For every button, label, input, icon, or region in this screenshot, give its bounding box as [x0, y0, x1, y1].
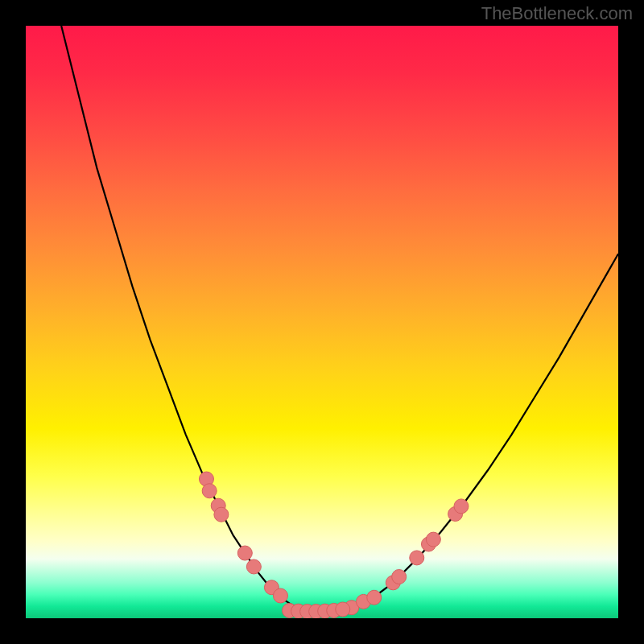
data-marker — [336, 602, 350, 617]
data-marker — [410, 551, 424, 565]
data-marker — [454, 499, 469, 514]
data-marker — [237, 546, 252, 560]
data-marker — [367, 590, 382, 605]
data-marker — [392, 569, 407, 584]
data-marker — [246, 559, 261, 574]
plot-area — [26, 26, 618, 618]
data-marker — [214, 507, 229, 522]
data-marker — [273, 588, 287, 603]
attribution-text: TheBottleneck.com — [481, 3, 633, 24]
chart-frame: TheBottleneck.com — [0, 0, 644, 644]
chart-svg — [26, 26, 618, 618]
data-marker — [426, 532, 440, 547]
data-marker — [202, 484, 217, 498]
bottleneck-curve — [61, 26, 618, 613]
